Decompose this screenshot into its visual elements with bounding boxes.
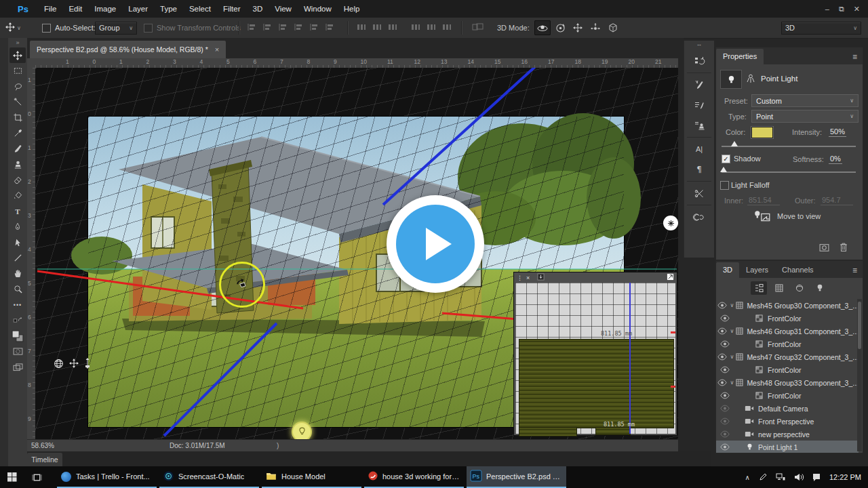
chevron-down-icon[interactable]: ∨ xyxy=(729,302,736,308)
3d-ground-widgets[interactable] xyxy=(54,358,91,371)
orbit-globe-icon[interactable] xyxy=(54,359,64,371)
zoom-tool[interactable] xyxy=(9,281,26,297)
visibility-eye-icon[interactable] xyxy=(716,328,729,334)
menu-3d[interactable]: 3D xyxy=(246,0,269,18)
menu-edit[interactable]: Edit xyxy=(62,0,88,18)
orbit-3d-icon[interactable] xyxy=(534,20,551,35)
canvas-badge-icon[interactable] xyxy=(663,216,678,230)
scene-item-frontcolor[interactable]: FrontColor xyxy=(716,338,859,350)
line-tool[interactable] xyxy=(9,250,26,266)
kebab-icon[interactable]: ⋮ xyxy=(517,274,523,281)
ellipsis-tool[interactable]: ••• xyxy=(9,297,26,312)
magic-wand-tool[interactable] xyxy=(9,94,26,110)
scrollbar[interactable] xyxy=(857,299,862,451)
video-play-button[interactable] xyxy=(387,195,484,293)
intensity-slider-thumb[interactable] xyxy=(731,141,738,146)
tab-properties[interactable]: Properties xyxy=(716,49,764,64)
taskbar-clock[interactable]: 12:22 PM xyxy=(829,473,861,481)
canvas-viewport[interactable]: ⋮ × 811.85 mm 811.85 mm xyxy=(35,68,678,439)
light-falloff-checkbox[interactable] xyxy=(720,181,729,190)
visibility-eye-icon[interactable] xyxy=(716,302,729,308)
taskbar-item-house-model[interactable]: House Model xyxy=(262,466,361,488)
tool-presets-icon[interactable] xyxy=(689,184,709,202)
creative-cloud-icon[interactable] xyxy=(689,208,709,226)
type-tool[interactable]: T xyxy=(9,203,26,219)
intensity-value[interactable]: 50% xyxy=(829,127,846,137)
taskbar-item-screencast-o-matic[interactable]: Screencast-O-Matic xyxy=(159,466,259,488)
shadow-checkbox[interactable]: ✓ xyxy=(722,155,730,163)
task-view-button[interactable] xyxy=(24,466,49,488)
panel-menu-icon[interactable]: ≡ xyxy=(852,266,857,278)
zoom-level[interactable]: 58.63% xyxy=(31,442,54,449)
scene-item-front-perspective[interactable]: Front Perspective xyxy=(716,415,859,428)
timeline-tab[interactable]: Timeline xyxy=(27,453,62,466)
status-chevron[interactable]: ) xyxy=(277,442,279,449)
material-filter-icon[interactable] xyxy=(791,281,808,295)
pen-tray-icon[interactable] xyxy=(759,473,767,481)
visibility-eye-icon[interactable] xyxy=(716,315,734,321)
workspace-dropdown[interactable]: 3D ∨ xyxy=(781,22,861,35)
render-icon[interactable] xyxy=(819,243,829,253)
chevron-down-icon[interactable]: ∨ xyxy=(729,380,736,386)
swap-colors-tool[interactable] xyxy=(9,312,26,328)
brush-settings-icon[interactable] xyxy=(689,96,709,114)
secondary-view-header[interactable]: ⋮ × xyxy=(514,272,677,283)
scene-item-mesh47-group32-component-3-[interactable]: ∨Mesh47 Group32 Component_3_... xyxy=(716,350,859,363)
visibility-eye-icon[interactable] xyxy=(716,341,734,347)
scene-item-default-camera[interactable]: Default Camera xyxy=(716,402,859,415)
network-icon[interactable] xyxy=(776,473,785,481)
softness-value[interactable]: 0% xyxy=(829,155,842,164)
slide-3d-icon[interactable] xyxy=(587,20,604,35)
clone-source-icon[interactable] xyxy=(689,117,709,134)
scene-item-new-perspective[interactable]: new perspective xyxy=(716,428,859,441)
scale-3d-icon[interactable] xyxy=(605,20,621,35)
lasso-tool[interactable] xyxy=(9,79,26,94)
scrollbar-thumb[interactable] xyxy=(858,302,861,349)
paragraph-icon[interactable]: ¶ xyxy=(689,161,709,178)
scene-filter-icon[interactable] xyxy=(751,281,767,295)
color-swatches-tool[interactable] xyxy=(9,328,26,344)
visibility-eye-icon[interactable] xyxy=(716,354,729,360)
hand-tool[interactable] xyxy=(9,266,26,281)
scene-item-mesh46-group31-component-3-[interactable]: ∨Mesh46 Group31 Component_3_... xyxy=(716,325,859,338)
move-tool-preset[interactable]: ∨ xyxy=(5,18,21,38)
pan-3d-icon[interactable] xyxy=(570,20,586,35)
group-select[interactable]: Group ∨ xyxy=(95,18,137,38)
restore-icon[interactable]: ⧉ xyxy=(839,0,844,18)
panel-menu-icon[interactable]: ≡ xyxy=(852,52,857,64)
light-type-button[interactable] xyxy=(720,70,742,89)
visibility-eye-icon[interactable] xyxy=(716,367,734,373)
scene-item-frontcolor[interactable]: FrontColor xyxy=(716,363,859,376)
menu-file[interactable]: File xyxy=(38,0,63,18)
eyedropper-tool[interactable] xyxy=(9,125,26,141)
scale-axis-icon[interactable] xyxy=(84,358,91,371)
crop-tool[interactable] xyxy=(9,110,26,125)
workspace-select[interactable]: 3D ∨ xyxy=(781,18,861,38)
taskbar-item-perspective-b2-psd-[interactable]: PsPerspective B2.psd @ ... xyxy=(467,466,566,488)
scene-item-mesh45-group30-component-3-[interactable]: ∨Mesh45 Group30 Component_3_... xyxy=(716,299,859,312)
group-dropdown[interactable]: Group ∨ xyxy=(95,22,137,35)
light-filter-icon[interactable] xyxy=(812,281,828,295)
pan-move-icon[interactable] xyxy=(69,359,79,371)
light-color-swatch[interactable] xyxy=(751,127,773,138)
close-icon[interactable]: ✕ xyxy=(854,0,860,18)
character-icon[interactable]: A| xyxy=(689,140,709,158)
toolbar-expand-icon[interactable]: » xyxy=(8,38,27,47)
screen-mode-tool[interactable] xyxy=(9,359,26,375)
point-light-marker[interactable] xyxy=(292,422,312,439)
chevron-down-icon[interactable]: ∨ xyxy=(729,354,736,360)
collapse-panels-icon[interactable]: ↔ xyxy=(684,41,714,49)
scene-item-frontcolor[interactable]: FrontColor xyxy=(716,312,859,325)
tab-layers[interactable]: Layers xyxy=(739,262,775,278)
scene-item-mesh48-group33-component-3-[interactable]: ∨Mesh48 Group33 Component_3_... xyxy=(716,376,859,389)
secondary-view-topview[interactable]: 811.85 mm 811.85 mm xyxy=(515,283,675,434)
history-icon[interactable] xyxy=(689,52,709,70)
move-tool[interactable] xyxy=(9,47,26,63)
clone-stamp-tool[interactable] xyxy=(9,157,26,172)
menu-view[interactable]: View xyxy=(269,0,298,18)
move-to-view-label[interactable]: Move to view xyxy=(777,212,821,220)
secondary-view-panel[interactable]: ⋮ × 811.85 mm 811.85 mm xyxy=(514,272,677,435)
eraser-tool[interactable] xyxy=(9,172,26,188)
close-icon[interactable]: × xyxy=(526,274,530,281)
pen-tool[interactable] xyxy=(9,219,26,235)
